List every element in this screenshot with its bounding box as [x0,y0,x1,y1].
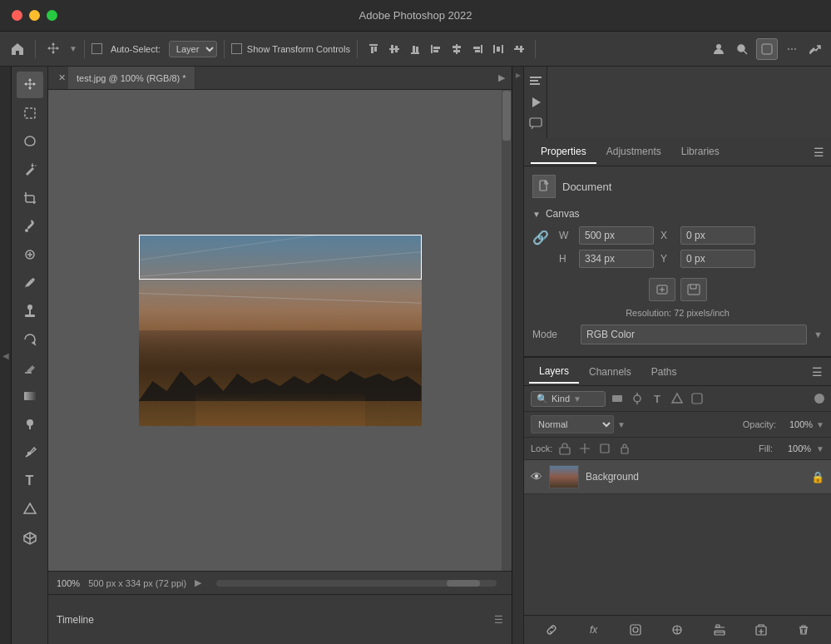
move-dropdown[interactable]: ▼ [69,44,77,53]
crop-canvas-button[interactable] [680,278,707,301]
layer-new-button[interactable] [752,621,770,639]
user-icon[interactable] [710,40,728,58]
crop-tool[interactable] [17,185,43,211]
scrollbar-thumb-horizontal[interactable] [447,580,480,587]
canvas-section-header[interactable]: ▼ Canvas [532,208,823,220]
stamp-tool[interactable] [17,298,43,324]
layer-name[interactable]: Background [586,471,804,483]
more-options-icon[interactable]: ⋯ [783,40,801,58]
fill-value[interactable]: 100% [778,443,811,453]
filter-adjust-icon[interactable] [629,390,646,407]
align-top-icon[interactable] [364,40,383,58]
3d-tool[interactable] [17,524,43,551]
healing-tool[interactable] [17,241,43,268]
home-button[interactable] [7,38,28,60]
distribute-icon[interactable] [489,40,507,58]
layer-item-background[interactable]: 👁 Background 🔒 [524,460,831,494]
publish-icon[interactable] [806,40,824,58]
eyedropper-tool[interactable] [17,213,43,240]
scrollbar-thumb-vertical[interactable] [502,91,511,141]
opacity-value[interactable]: 100% [779,419,813,429]
height-input[interactable] [579,250,654,268]
lasso-tool[interactable] [17,128,43,155]
settings-button[interactable] [756,38,778,60]
marquee-tool[interactable] [17,100,43,126]
properties-menu-button[interactable]: ☰ [814,146,831,159]
play-icon[interactable] [527,93,545,111]
move-tool-button[interactable] [42,38,64,60]
link-chain-icon[interactable]: 🔗 [532,230,549,245]
timeline-menu-button[interactable]: ☰ [494,614,503,626]
text-tool[interactable]: T [17,468,43,494]
tab-close-button[interactable]: ✕ [55,72,68,85]
filter-shape-icon[interactable] [669,390,685,407]
tab-layers[interactable]: Layers [529,360,579,384]
tab-paths[interactable]: Paths [641,361,687,383]
layer-select[interactable]: Layer [169,41,217,57]
panel-collapse-right[interactable]: ▶ [498,72,512,83]
history-brush-tool[interactable] [17,326,43,353]
lock-artboard-icon[interactable] [597,441,612,456]
vertical-scrollbar[interactable] [502,90,512,571]
align-bottom-icon[interactable] [406,40,424,58]
tab-libraries[interactable]: Libraries [671,141,730,164]
x-input[interactable] [680,226,755,245]
shape-tool[interactable] [17,496,43,523]
tab-channels[interactable]: Channels [579,361,641,383]
status-arrow[interactable]: ▶ [195,577,201,588]
layer-group-button[interactable] [710,621,729,639]
opacity-arrow[interactable]: ▼ [816,420,824,429]
fill-arrow[interactable]: ▼ [816,444,824,453]
eraser-tool[interactable] [17,354,43,381]
align-right-icon[interactable] [468,40,487,58]
align-hcenter-icon[interactable] [448,40,466,58]
mode-select[interactable]: RGB Color [581,324,807,344]
svg-marker-46 [532,97,541,107]
filter-kind-box[interactable]: 🔍 Kind ▼ [531,391,606,407]
distribute2-icon[interactable] [510,40,528,58]
move-tool[interactable] [17,72,43,98]
filter-type-icon[interactable]: T [649,390,665,407]
layer-mask-button[interactable] [626,621,645,639]
layer-visibility-toggle[interactable]: 👁 [531,470,542,483]
tab-adjustments[interactable]: Adjustments [596,141,671,164]
canvas-workspace[interactable] [48,90,512,571]
chat-icon[interactable] [527,115,545,133]
filter-pixel-icon[interactable] [609,390,626,407]
fit-canvas-button[interactable] [649,278,675,301]
align-vcenter-icon[interactable] [385,40,403,58]
lock-all-icon[interactable] [617,441,632,456]
panel-collapse-strip[interactable]: ▶ [512,67,523,644]
transform-controls-checkbox[interactable] [231,43,242,54]
brush-tool[interactable] [17,270,43,296]
layer-link-button[interactable] [542,621,561,639]
blend-mode-select[interactable]: Normal [531,415,614,433]
minimize-button[interactable] [29,10,40,21]
layer-adjustment-button[interactable] [668,621,686,639]
auto-select-checkbox[interactable] [92,43,102,54]
close-button[interactable] [12,10,22,21]
lock-pixels-icon[interactable] [557,441,572,456]
properties-panel-icon[interactable] [527,72,545,90]
y-input[interactable] [680,250,755,268]
lock-fill-row: Lock: Fill: 100% ▼ [524,438,831,460]
dodge-tool[interactable] [17,411,43,438]
svg-rect-18 [493,45,495,53]
layers-menu-button[interactable]: ☰ [812,365,826,379]
maximize-button[interactable] [47,10,57,21]
layer-delete-button[interactable] [794,621,813,639]
filter-toggle[interactable] [814,394,824,404]
magic-wand-tool[interactable] [17,156,43,183]
left-panel-label: ◀ [0,67,12,644]
align-left-icon[interactable] [427,40,445,58]
layer-fx-button[interactable]: fx [585,621,603,639]
search-icon[interactable] [733,40,751,58]
filter-smart-icon[interactable] [689,390,705,407]
pen-tool[interactable] [17,439,43,466]
lock-position-icon[interactable] [577,441,592,456]
document-tab[interactable]: test.jpg @ 100% (RGB/8) * [68,67,195,89]
width-input[interactable] [579,226,654,245]
horizontal-scrollbar[interactable] [216,580,497,587]
gradient-tool[interactable] [17,383,43,409]
tab-properties[interactable]: Properties [531,141,596,164]
